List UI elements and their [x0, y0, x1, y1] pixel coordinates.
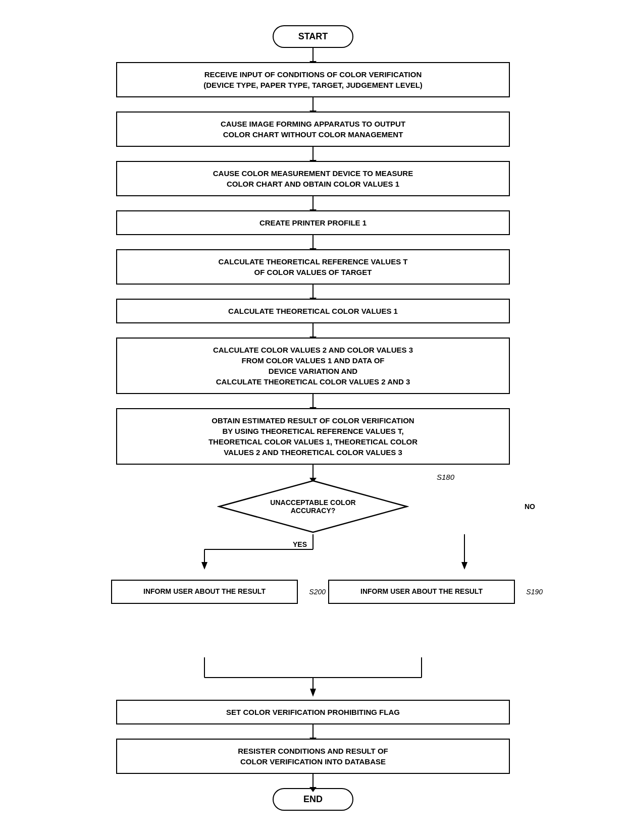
s160-box: CALCULATE COLOR VALUES 2 AND COLOR VALUE…	[116, 338, 510, 394]
s170-box: OBTAIN ESTIMATED RESULT OF COLOR VERIFIC…	[116, 408, 510, 465]
s190-box: INFORM USER ABOUT THE RESULT	[328, 580, 515, 604]
s210-box: SET COLOR VERIFICATION PROHIBITING FLAG	[116, 700, 510, 724]
svg-marker-8	[461, 562, 467, 570]
s110-box: CAUSE IMAGE FORMING APPARATUS TO OUTPUT …	[116, 111, 510, 147]
svg-marker-5	[201, 562, 207, 570]
s220-row: RESISTER CONDITIONS AND RESULT OF COLOR …	[10, 739, 616, 774]
svg-marker-13	[310, 689, 316, 697]
s180-diamond-row: UNACCEPTABLE COLOR ACCURACY? S180 NO	[10, 479, 616, 534]
s120-box: CAUSE COLOR MEASUREMENT DEVICE TO MEASUR…	[116, 161, 510, 196]
arrow-s220-end	[312, 774, 314, 788]
merge-section	[111, 657, 515, 700]
s210-row: SET COLOR VERIFICATION PROHIBITING FLAG …	[10, 700, 616, 724]
s150-row: CALCULATE THEORETICAL COLOR VALUES 1 S15…	[10, 299, 616, 323]
arrow-s210-s220	[312, 724, 314, 739]
svg-text:YES: YES	[293, 540, 307, 548]
arrow-start-s100	[312, 48, 314, 62]
s180-label: S180	[437, 473, 454, 481]
s190-label: S190	[526, 588, 543, 596]
s110-row: CAUSE IMAGE FORMING APPARATUS TO OUTPUT …	[10, 111, 616, 147]
s180-diamond: UNACCEPTABLE COLOR ACCURACY?	[217, 479, 409, 534]
no-label: NO	[525, 502, 535, 511]
s130-row: CREATE PRINTER PROFILE 1 S130	[10, 210, 616, 235]
arrow-s150-s160	[312, 323, 314, 338]
s140-row: CALCULATE THEORETICAL REFERENCE VALUES T…	[10, 249, 616, 285]
start-terminal: START	[273, 25, 353, 48]
s190-box-wrapper: INFORM USER ABOUT THE RESULT S190	[328, 580, 515, 604]
branch-section: YES INFORM USER ABOUT THE RESULT S200	[111, 534, 515, 657]
s130-box: CREATE PRINTER PROFILE 1	[116, 210, 510, 235]
s200-box: INFORM USER ABOUT THE RESULT	[111, 580, 298, 604]
s100-row: RECEIVE INPUT OF CONDITIONS OF COLOR VER…	[10, 62, 616, 97]
flowchart-diagram: START RECEIVE INPUT OF CONDITIONS OF COL…	[0, 0, 626, 840]
s120-row: CAUSE COLOR MEASUREMENT DEVICE TO MEASUR…	[10, 161, 616, 196]
s160-row: CALCULATE COLOR VALUES 2 AND COLOR VALUE…	[10, 338, 616, 394]
s100-box: RECEIVE INPUT OF CONDITIONS OF COLOR VER…	[116, 62, 510, 97]
arrow-s170-s180	[312, 465, 314, 479]
s200-label: S200	[309, 588, 326, 596]
arrow-s160-s170	[312, 394, 314, 408]
s170-row: OBTAIN ESTIMATED RESULT OF COLOR VERIFIC…	[10, 408, 616, 465]
s220-box: RESISTER CONDITIONS AND RESULT OF COLOR …	[116, 739, 510, 774]
s200-box-wrapper: INFORM USER ABOUT THE RESULT S200	[111, 580, 298, 604]
arrow-s130-s140	[312, 235, 314, 249]
s140-box: CALCULATE THEORETICAL REFERENCE VALUES T…	[116, 249, 510, 285]
merge-svg	[111, 657, 515, 698]
arrow-s140-s150	[312, 285, 314, 299]
arrow-s120-s130	[312, 196, 314, 210]
arrow-s110-s120	[312, 147, 314, 161]
s150-box: CALCULATE THEORETICAL COLOR VALUES 1	[116, 299, 510, 323]
arrow-s100-s110	[312, 97, 314, 111]
